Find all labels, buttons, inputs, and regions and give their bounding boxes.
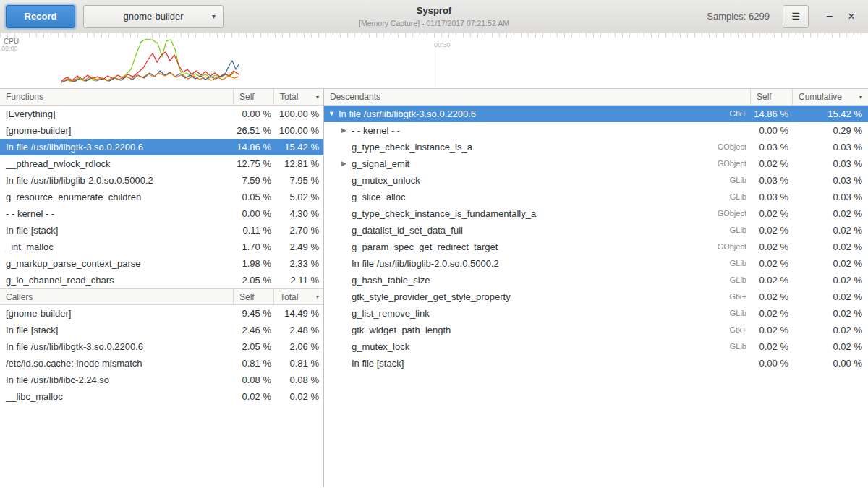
table-row[interactable]: In file /usr/lib/libglib-2.0.so.0.5000.2… [0, 172, 323, 189]
table-row[interactable]: g_type_check_instance_is_a GObject 0.03 … [324, 139, 868, 155]
self-percent: 1.98 % [234, 255, 274, 272]
table-row[interactable]: ▶ g_signal_emit GObject 0.02 % 0.03 % [324, 155, 868, 172]
menu-button[interactable]: ☰ [783, 5, 809, 28]
table-row[interactable]: In file /usr/lib/libgtk-3.so.0.2200.6 14… [0, 139, 323, 155]
table-row[interactable]: [gnome-builder] 26.51 % 100.00 % [0, 122, 323, 139]
self-percent: 0.02 % [751, 255, 793, 272]
descendants-table-header: Descendants Self Cumulative ▾ [324, 89, 868, 106]
table-row[interactable]: g_resource_enumerate_children 0.05 % 5.0… [0, 189, 323, 205]
record-button[interactable]: Record [6, 5, 75, 28]
table-row[interactable]: _int_malloc 1.70 % 2.49 % [0, 239, 323, 255]
library-badge [705, 355, 751, 372]
main-content: Functions Self Total ▾ [Everything] 0.00… [0, 89, 868, 487]
library-badge: GLib [705, 222, 751, 239]
table-row[interactable]: g_datalist_id_set_data_full GLib 0.02 % … [324, 222, 868, 239]
column-header-descendants[interactable]: Descendants [324, 89, 751, 105]
table-row[interactable]: g_mutex_unlock GLib 0.03 % 0.03 % [324, 172, 868, 189]
self-percent: 0.02 % [751, 205, 793, 222]
table-row[interactable]: gtk_style_provider_get_style_property Gt… [324, 288, 868, 305]
descendants-table: Descendants Self Cumulative ▾ ▼ In file … [324, 89, 868, 372]
descendant-name-cell: g_mutex_unlock [324, 172, 705, 189]
tree-expander-icon[interactable]: ▶ [341, 122, 352, 139]
library-badge: GLib [705, 338, 751, 355]
tree-expander-icon[interactable]: ▼ [328, 106, 339, 122]
table-row[interactable]: __libc_malloc 0.02 % 0.02 % [0, 388, 323, 405]
cumulative-percent: 0.03 % [793, 172, 868, 189]
function-name: g_type_check_instance_is_a [352, 139, 472, 155]
table-row[interactable]: g_hash_table_size GLib 0.02 % 0.02 % [324, 272, 868, 288]
column-header-callers[interactable]: Callers [0, 289, 234, 304]
function-name: g_signal_emit [352, 155, 409, 172]
cumulative-percent: 0.03 % [793, 155, 868, 172]
cumulative-percent: 0.02 % [793, 255, 868, 272]
function-name: g_mutex_lock [352, 338, 409, 355]
library-badge: GObject [705, 155, 751, 172]
descendant-name-cell: g_param_spec_get_redirect_target [324, 239, 705, 255]
table-row[interactable]: g_slice_alloc GLib 0.03 % 0.03 % [324, 189, 868, 205]
table-row[interactable]: In file [stack] 0.11 % 2.70 % [0, 222, 323, 239]
function-name: g_mutex_unlock [352, 172, 420, 189]
table-row[interactable]: __pthread_rwlock_rdlock 12.75 % 12.81 % [0, 155, 323, 172]
tree-expander-icon[interactable]: ▶ [341, 155, 352, 172]
library-badge: GLib [705, 305, 751, 322]
column-header-total[interactable]: Total ▾ [274, 289, 323, 304]
column-header-self[interactable]: Self [234, 89, 274, 105]
library-badge: Gtk+ [705, 106, 751, 122]
table-row[interactable]: In file /usr/lib/libgtk-3.so.0.2200.6 2.… [0, 338, 323, 355]
cumulative-percent: 0.00 % [793, 355, 868, 372]
function-name: - - kernel - - [352, 122, 400, 139]
column-header-functions[interactable]: Functions [0, 89, 234, 105]
cpu-graph[interactable]: CPU 00:00 00:30 [0, 33, 868, 89]
close-button[interactable]: × [841, 6, 862, 27]
table-row[interactable]: g_mutex_lock GLib 0.02 % 0.02 % [324, 338, 868, 355]
self-percent: 9.45 % [234, 305, 274, 322]
table-row[interactable]: g_type_check_instance_is_fundamentally_a… [324, 205, 868, 222]
function-name: In file /usr/lib/libglib-2.0.so.0.5000.2 [0, 172, 234, 189]
descendant-name-cell: ▼ In file /usr/lib/libgtk-3.so.0.2200.6 [324, 106, 705, 122]
tree-indent [328, 247, 341, 247]
function-name: /etc/ld.so.cache: inode mismatch [0, 355, 234, 372]
column-header-total[interactable]: Total ▾ [274, 89, 323, 105]
cumulative-percent: 0.03 % [793, 139, 868, 155]
descendant-name-cell: g_type_check_instance_is_fundamentally_a [324, 205, 705, 222]
tree-indent [328, 263, 341, 264]
table-row[interactable]: g_io_channel_read_chars 2.05 % 2.11 % [0, 272, 323, 288]
column-header-cumulative[interactable]: Cumulative ▾ [793, 89, 868, 105]
table-row[interactable]: In file /usr/lib/libglib-2.0.so.0.5000.2… [324, 255, 868, 272]
descendant-name-cell: g_type_check_instance_is_a [324, 139, 705, 155]
process-selector-label: gnome-builder [123, 11, 183, 22]
table-row[interactable]: [gnome-builder] 9.45 % 14.49 % [0, 305, 323, 322]
cumulative-percent: 0.02 % [793, 338, 868, 355]
function-name: gtk_widget_path_length [352, 322, 451, 338]
table-row[interactable]: g_param_spec_get_redirect_target GObject… [324, 239, 868, 255]
cumulative-percent: 0.02 % [793, 305, 868, 322]
table-row[interactable]: g_markup_parse_context_parse 1.98 % 2.33… [0, 255, 323, 272]
descendant-name-cell: gtk_style_provider_get_style_property [324, 288, 705, 305]
table-row[interactable]: - - kernel - - 0.00 % 4.30 % [0, 205, 323, 222]
table-row[interactable]: g_list_remove_link GLib 0.02 % 0.02 % [324, 305, 868, 322]
table-row[interactable]: [Everything] 0.00 % 100.00 % [0, 106, 323, 122]
column-header-self[interactable]: Self [234, 289, 274, 304]
table-row[interactable]: ▶ - - kernel - - 0.00 % 0.29 % [324, 122, 868, 139]
table-row[interactable]: In file /usr/lib/libc-2.24.so 0.08 % 0.0… [0, 372, 323, 388]
tree-indent [328, 180, 341, 181]
process-selector-dropdown[interactable]: gnome-builder ▾ [83, 5, 224, 28]
tree-indent [328, 313, 341, 314]
table-row[interactable]: /etc/ld.so.cache: inode mismatch 0.81 % … [0, 355, 323, 372]
total-percent: 12.81 % [274, 155, 323, 172]
table-row[interactable]: In file [stack] 2.46 % 2.48 % [0, 322, 323, 338]
tree-indent [328, 197, 341, 197]
total-percent: 0.81 % [274, 355, 323, 372]
table-row[interactable]: ▼ In file /usr/lib/libgtk-3.so.0.2200.6 … [324, 106, 868, 122]
table-row[interactable]: gtk_widget_path_length Gtk+ 0.02 % 0.02 … [324, 322, 868, 338]
table-row[interactable]: In file [stack] 0.00 % 0.00 % [324, 355, 868, 372]
function-name: g_list_remove_link [352, 305, 430, 322]
descendant-name-cell: ▶ g_signal_emit [324, 155, 705, 172]
minimize-button[interactable]: − [819, 6, 841, 27]
column-header-self[interactable]: Self [751, 89, 793, 105]
function-name: g_datalist_id_set_data_full [352, 222, 463, 239]
function-name: g_hash_table_size [352, 272, 430, 288]
total-percent: 15.42 % [274, 139, 323, 155]
function-name: - - kernel - - [0, 205, 234, 222]
total-percent: 2.06 % [274, 338, 323, 355]
